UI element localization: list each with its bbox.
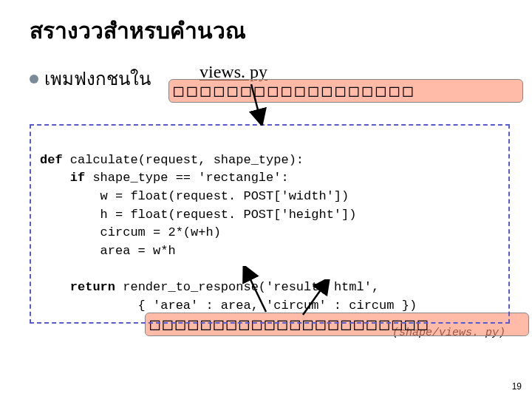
bullet-text: เพมฟงกชนใน (44, 64, 151, 93)
code-line-2: shape_type == 'rectangle': (85, 171, 288, 185)
code-line-3: w = float(request. POST['width']) (40, 189, 349, 203)
code-line-5: circum = 2*(w+h) (40, 225, 221, 239)
slide-title: สรางววสำหรบคำนวณ (30, 13, 510, 48)
keyword-def: def (40, 153, 63, 167)
bullet-icon (30, 75, 38, 83)
code-line-9: { 'area' : area, 'circum' : circum }) (40, 299, 417, 313)
keyword-if: if (40, 171, 85, 185)
highlight-box-top: □□□□□□□□□□□□□□□□□□ (168, 79, 523, 103)
code-block: def calculate(request, shape_type): if s… (30, 124, 510, 324)
code-line-8: render_to_response('result. html', (115, 280, 379, 294)
page-number: 19 (512, 381, 522, 392)
keyword-return: return (40, 280, 115, 294)
placeholder-glyphs-top: □□□□□□□□□□□□□□□□□□ (169, 81, 416, 100)
code-line-4: h = float(request. POST['height']) (40, 208, 356, 222)
code-line-1: calculate(request, shape_type): (63, 153, 304, 167)
code-line-6: area = w*h (40, 244, 176, 258)
